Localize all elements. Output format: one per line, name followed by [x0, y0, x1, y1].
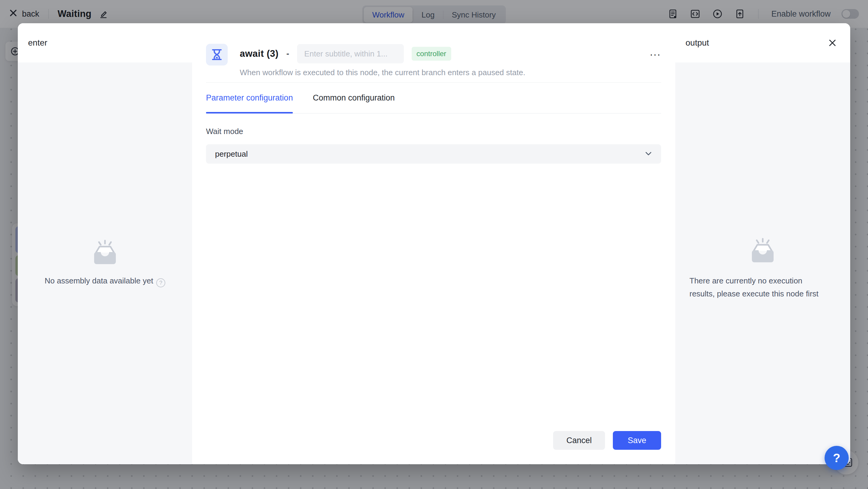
- node-header-main: await (3) - controller When workflow is …: [240, 44, 661, 77]
- chevron-down-icon: [645, 151, 652, 156]
- close-icon[interactable]: [828, 38, 837, 48]
- node-header: await (3) - controller When workflow is …: [206, 44, 661, 77]
- wait-mode-value: perpetual: [215, 149, 248, 159]
- enter-panel: enter No assembly data available yet?: [18, 23, 192, 464]
- enter-empty-text: No assembly data available yet: [44, 276, 153, 285]
- empty-inbox-icon: [748, 237, 777, 264]
- cancel-button[interactable]: Cancel: [553, 431, 605, 450]
- subtitle-input[interactable]: [297, 44, 404, 63]
- node-config-modal: enter No assembly data available yet?: [18, 23, 850, 464]
- output-empty-text-line1: There are currently no execution: [689, 275, 836, 287]
- wait-mode-select[interactable]: perpetual: [206, 144, 661, 164]
- hourglass-icon: [206, 44, 228, 65]
- help-circle-icon[interactable]: ?: [156, 278, 165, 287]
- config-panel: await (3) - controller When workflow is …: [192, 23, 675, 464]
- node-title: await (3): [240, 48, 279, 59]
- modal-footer: Cancel Save: [206, 431, 661, 450]
- spacer: [206, 164, 661, 431]
- output-panel-title: output: [685, 38, 709, 48]
- config-tabs: Parameter configuration Common configura…: [206, 83, 661, 114]
- more-menu-button[interactable]: ...: [650, 50, 661, 53]
- output-panel-body: There are currently no execution results…: [675, 62, 850, 464]
- output-empty-text-line2: results, please execute this node first: [689, 287, 836, 300]
- help-button[interactable]: ?: [825, 446, 849, 470]
- app-screen: back Waiting Workflow Log Sync History: [0, 0, 868, 489]
- tab-parameter-configuration[interactable]: Parameter configuration: [206, 83, 293, 113]
- enter-empty-state: No assembly data available yet?: [44, 239, 165, 287]
- node-description: When workflow is executed to this node, …: [240, 68, 661, 77]
- save-button[interactable]: Save: [613, 431, 661, 450]
- enter-panel-body: No assembly data available yet?: [18, 62, 192, 464]
- output-empty-state: There are currently no execution results…: [689, 237, 836, 300]
- title-separator: -: [286, 49, 289, 59]
- node-title-row: await (3) - controller: [240, 44, 661, 64]
- enter-panel-title: enter: [18, 23, 192, 62]
- output-panel: output There are currently no execution …: [675, 23, 850, 464]
- wait-mode-label: Wait mode: [206, 127, 661, 136]
- empty-inbox-icon: [91, 239, 119, 266]
- node-type-badge: controller: [412, 47, 451, 61]
- output-panel-header: output: [675, 23, 850, 62]
- tab-common-configuration[interactable]: Common configuration: [313, 83, 395, 113]
